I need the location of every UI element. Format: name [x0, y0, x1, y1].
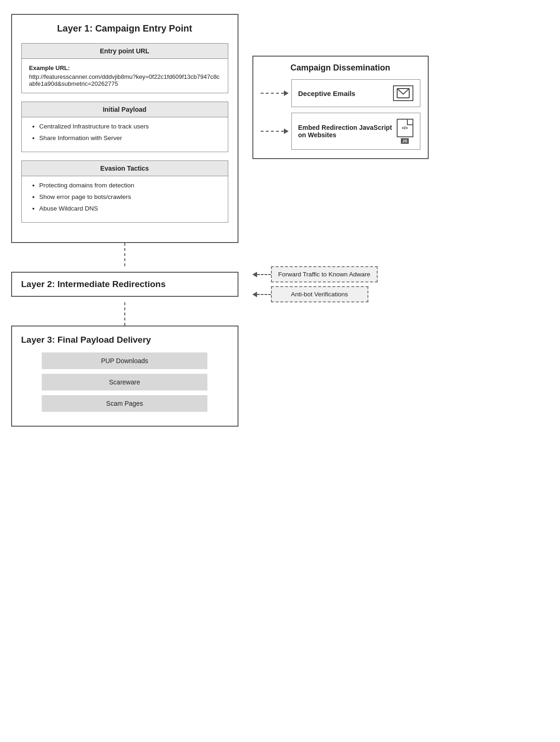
side-box-row-1: Forward Traffic to Known Adware	[252, 266, 549, 282]
code-brackets: </>	[402, 126, 408, 130]
dashed-vertical-1	[124, 243, 125, 266]
arrowhead-left-1	[252, 272, 257, 277]
url-label: Example URL:	[29, 64, 220, 71]
layer1-title: Layer 1: Campaign Entry Point	[21, 23, 228, 34]
layer3-section: Layer 3: Final Payload Delivery PUP Down…	[11, 326, 549, 427]
spacer	[238, 243, 549, 266]
arrowhead-left-2	[252, 292, 257, 297]
initial-payload-card: Initial Payload Centralized Infrastructu…	[21, 102, 228, 152]
arrow-line-1	[261, 93, 284, 94]
arrow-line-side-1	[257, 274, 271, 275]
side-box-row-2: Anti-bot Verifications	[252, 286, 549, 302]
evasion-tactics-list: Protecting domains from detection Show e…	[29, 182, 220, 212]
entry-point-body: Example URL: http://featuresscanner.com/…	[22, 59, 228, 93]
layer2-section: Layer 2: Intermediate Redirections Forwa…	[11, 266, 549, 302]
layer2-box: Layer 2: Intermediate Redirections	[11, 272, 238, 297]
arrowhead-1	[284, 90, 289, 96]
list-item: Show error page to bots/crawlers	[39, 193, 220, 200]
evasion-tactics-body: Protecting domains from detection Show e…	[22, 176, 228, 222]
layer2-left: Layer 2: Intermediate Redirections	[11, 272, 238, 297]
campaign-box: Campaign Dissemination Deceptive Emails	[252, 56, 429, 159]
layer1-box: Layer 1: Campaign Entry Point Entry poin…	[11, 14, 238, 243]
embed-redirection-label: Embed Redirection JavaScript on Websites	[298, 124, 397, 139]
js-doc-corner	[407, 120, 412, 125]
initial-payload-list: Centralized Infrastructure to track user…	[29, 123, 220, 141]
js-icon-wrap: </> JS	[397, 119, 413, 144]
layer1-section: Layer 1: Campaign Entry Point Entry poin…	[11, 14, 238, 243]
side-box-2: Anti-bot Verifications	[271, 286, 368, 302]
evasion-tactics-header: Evasion Tactics	[22, 161, 228, 176]
layer2-title: Layer 2: Intermediate Redirections	[21, 279, 228, 289]
embed-redirection-row: Embed Redirection JavaScript on Websites…	[261, 113, 420, 150]
deceptive-emails-row: Deceptive Emails	[261, 79, 420, 107]
campaign-title: Campaign Dissemination	[261, 63, 420, 73]
list-item: Abuse Wildcard DNS	[39, 205, 220, 212]
top-section: Layer 1: Campaign Entry Point Entry poin…	[11, 14, 549, 243]
entry-point-card: Entry point URL Example URL: http://feat…	[21, 43, 228, 93]
initial-payload-header: Initial Payload	[22, 102, 228, 117]
dashed-vertical-2	[124, 302, 125, 326]
js-doc-icon: </>	[397, 119, 413, 137]
email-icon	[393, 85, 413, 101]
payload-item-0: PUP Downloads	[42, 352, 207, 369]
layer3-box: Layer 3: Final Payload Delivery PUP Down…	[11, 326, 238, 427]
page-layout: Layer 1: Campaign Entry Point Entry poin…	[11, 14, 549, 427]
arrow-line-side-2	[257, 294, 271, 295]
arrow-line-2	[261, 131, 284, 132]
spacer-2	[238, 302, 549, 326]
layer3-title: Layer 3: Final Payload Delivery	[21, 335, 228, 345]
layer2-right: Forward Traffic to Known Adware Anti-bot…	[238, 266, 549, 302]
initial-payload-body: Centralized Infrastructure to track user…	[22, 117, 228, 152]
entry-point-header: Entry point URL	[22, 44, 228, 59]
payload-item-1: Scareware	[42, 374, 207, 390]
vertical-connector-wrap-2	[11, 302, 238, 326]
side-box-1: Forward Traffic to Known Adware	[271, 266, 378, 282]
list-item: Share Information with Server	[39, 134, 220, 141]
evasion-tactics-card: Evasion Tactics Protecting domains from …	[21, 160, 228, 223]
embed-redirection-item: Embed Redirection JavaScript on Websites…	[291, 113, 420, 150]
campaign-section: Campaign Dissemination Deceptive Emails	[238, 14, 549, 159]
list-item: Centralized Infrastructure to track user…	[39, 123, 220, 130]
arrowhead-2	[284, 128, 289, 134]
connector-row-2	[11, 302, 549, 326]
deceptive-emails-label: Deceptive Emails	[298, 90, 355, 97]
js-label: JS	[401, 138, 409, 144]
list-item: Protecting domains from detection	[39, 182, 220, 189]
url-text: http://featuresscanner.com/dddvjib8mu?ke…	[29, 73, 220, 87]
connector-row-1	[11, 243, 549, 266]
payload-item-2: Scam Pages	[42, 395, 207, 412]
vertical-connector-wrap	[11, 243, 238, 266]
deceptive-emails-item: Deceptive Emails	[291, 79, 420, 107]
layer3-left: Layer 3: Final Payload Delivery PUP Down…	[11, 326, 238, 427]
